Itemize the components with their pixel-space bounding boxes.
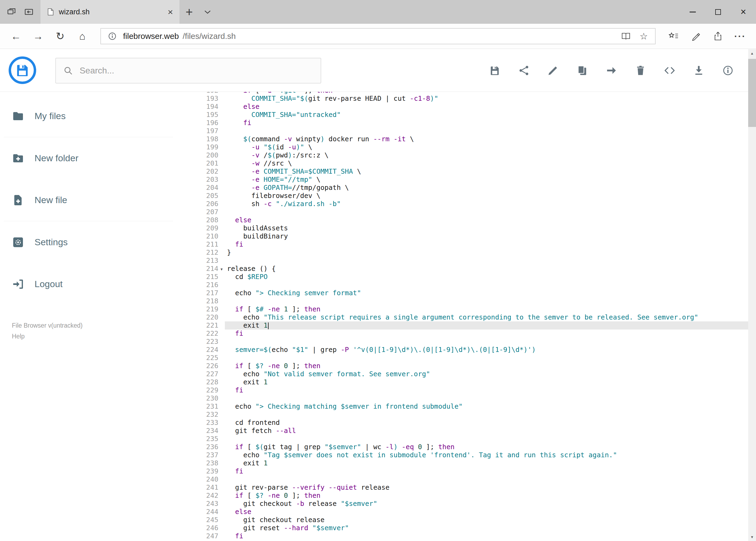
sidebar-item-new-folder[interactable]: New folder <box>0 137 177 179</box>
line-number: 240 <box>177 475 218 483</box>
line-number: 217 <box>177 289 218 297</box>
code-line: 206 sh -c "./wizard.sh -b" <box>177 200 748 208</box>
line-number: 243 <box>177 500 218 508</box>
line-number: 200 <box>177 151 218 159</box>
code-line: 226 if [ $? -ne 0 ]; then <box>177 362 748 370</box>
code-line: 204 -e GOPATH=//tmp/gopath \ <box>177 184 748 192</box>
code-line: 233 cd frontend <box>177 419 748 427</box>
browser-nav-bar: ← → ↻ ⌂ filebrowser.web /files/wizard.sh… <box>0 24 756 49</box>
code-line: 225 <box>177 354 748 362</box>
code-line: 240 <box>177 475 748 483</box>
sidebar-item-label: New file <box>35 195 67 205</box>
line-number: 233 <box>177 419 218 427</box>
code-line: 219 if [ $# -ne 1 ]; then <box>177 305 748 313</box>
line-number: 202 <box>177 168 218 176</box>
line-number: 246 <box>177 524 218 532</box>
line-number: 237 <box>177 451 218 459</box>
file-toolbar <box>484 49 738 92</box>
reading-view-icon[interactable] <box>619 29 633 43</box>
new-tab-button[interactable]: + <box>179 0 199 24</box>
sidebar-item-my-files[interactable]: My files <box>0 95 177 137</box>
delete-button[interactable] <box>630 60 651 81</box>
tab-preview-button[interactable] <box>4 5 19 19</box>
favorites-hub-button[interactable] <box>662 26 685 46</box>
scroll-up-icon[interactable]: ▲ <box>748 49 756 57</box>
browser-tab[interactable]: wizard.sh × <box>41 0 179 24</box>
arrow-forward-icon <box>606 65 617 76</box>
line-number: 201 <box>177 159 218 168</box>
url-bar[interactable]: filebrowser.web /files/wizard.sh ☆ <box>101 28 655 44</box>
sidebar-item-label: Settings <box>35 237 68 248</box>
line-number: 203 <box>177 176 218 184</box>
site-info-icon[interactable] <box>105 29 119 43</box>
line-number: 193 <box>177 95 218 103</box>
overflow-menu-button[interactable]: ··· <box>729 26 751 46</box>
scrollbar-thumb[interactable] <box>748 59 756 127</box>
code-line: 199 -u "$(id -u)" \ <box>177 143 748 151</box>
edit-button[interactable] <box>543 60 564 81</box>
code-line: 217 echo "> Checking semver format" <box>177 289 748 297</box>
copy-button[interactable] <box>572 60 593 81</box>
line-number: 226 <box>177 362 218 370</box>
home-button[interactable]: ⌂ <box>71 26 94 46</box>
code-line: 200 -v /$(pwd):/src:z \ <box>177 151 748 159</box>
search-input[interactable] <box>80 66 313 76</box>
line-number: 216 <box>177 281 218 289</box>
sidebar: My files New folder New file Settings Lo… <box>0 92 177 541</box>
code-line: 214▾release () { <box>177 265 748 273</box>
refresh-button[interactable]: ↻ <box>49 26 71 46</box>
download-icon <box>693 65 704 76</box>
app-logo[interactable] <box>9 56 36 84</box>
maximize-button[interactable] <box>705 0 731 24</box>
fold-marker-icon[interactable]: ▾ <box>218 265 225 273</box>
info-button[interactable] <box>717 60 738 81</box>
sidebar-item-settings[interactable]: Settings <box>0 221 177 263</box>
scroll-down-icon[interactable]: ▼ <box>748 533 756 541</box>
code-line: 236 if [ $(git tag | grep "$semver" | wc… <box>177 443 748 451</box>
favorite-star-icon[interactable]: ☆ <box>637 29 651 43</box>
move-button[interactable] <box>601 60 622 81</box>
close-button[interactable]: × <box>731 0 756 24</box>
tab-list-chevron-icon[interactable] <box>199 0 216 24</box>
line-number: 241 <box>177 483 218 492</box>
line-number: 207 <box>177 208 218 216</box>
code-icon <box>664 65 675 76</box>
minimize-button[interactable] <box>680 0 705 24</box>
code-editor[interactable]: 192 if [ -d ".git" ]; then193 COMMIT_SHA… <box>177 92 748 541</box>
set-tabs-aside-button[interactable] <box>22 5 36 19</box>
line-number: 231 <box>177 402 218 410</box>
code-line: 224 semver=$(echo "$1" | grep -P '^v(0|[… <box>177 346 748 354</box>
sidebar-item-new-file[interactable]: New file <box>0 179 177 221</box>
share-button-browser[interactable] <box>707 26 729 46</box>
download-button[interactable] <box>688 60 709 81</box>
raw-view-button[interactable] <box>659 60 680 81</box>
pen-icon <box>691 32 700 41</box>
hub-star-icon <box>668 32 679 41</box>
code-line: 192 if [ -d ".git" ]; then <box>177 92 748 95</box>
forward-button[interactable]: → <box>27 26 49 46</box>
code-line: 197 <box>177 127 748 135</box>
code-line: 218 <box>177 297 748 305</box>
code-line: 213 <box>177 257 748 265</box>
sidebar-item-logout[interactable]: Logout <box>0 263 177 305</box>
page-scrollbar[interactable]: ▲ ▼ <box>748 49 756 541</box>
line-number: 205 <box>177 192 218 200</box>
save-button[interactable] <box>484 60 505 81</box>
line-number: 218 <box>177 297 218 305</box>
back-button[interactable]: ← <box>5 26 27 46</box>
code-line: 223 <box>177 337 748 346</box>
ink-notes-button[interactable] <box>685 26 707 46</box>
help-link[interactable]: Help <box>12 331 177 342</box>
tab-close-icon[interactable]: × <box>167 7 173 16</box>
code-line: 209 buildAssets <box>177 224 748 232</box>
page-icon <box>47 8 54 16</box>
line-number: 211 <box>177 241 218 249</box>
code-line: 237 echo "Tag $semver does not exist in … <box>177 451 748 459</box>
share-button[interactable] <box>513 60 534 81</box>
search-box[interactable] <box>55 58 321 84</box>
line-number: 192 <box>177 92 218 95</box>
code-line: 221 exit 1 <box>177 321 748 329</box>
line-number: 195 <box>177 111 218 119</box>
code-line: 227 echo "Not valid semver format. See s… <box>177 370 748 378</box>
line-number: 224 <box>177 346 218 354</box>
